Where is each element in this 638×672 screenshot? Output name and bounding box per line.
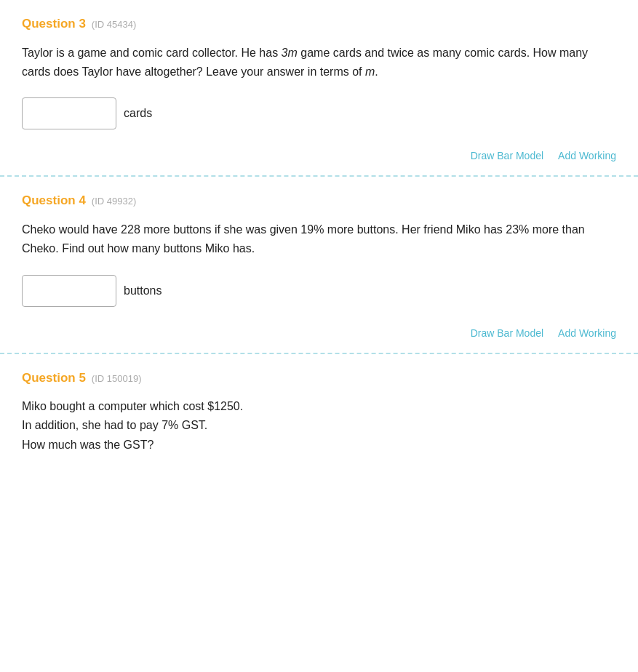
action-links-3: Draw Bar Model Add Working (22, 145, 616, 164)
question-header-4: Question 4 (ID 49932) (22, 191, 616, 210)
question-block-4: Question 4 (ID 49932) Cheko would have 2… (0, 177, 638, 353)
draw-bar-model-link-3[interactable]: Draw Bar Model (471, 148, 543, 164)
question-id-5: (ID 150019) (92, 372, 142, 386)
draw-bar-model-link-4[interactable]: Draw Bar Model (471, 326, 543, 341)
question-block-3: Question 3 (ID 45434) Taylor is a game a… (0, 0, 638, 177)
question-text-5: Miko bought a computer which cost $1250.… (22, 397, 616, 455)
answer-row-4: buttons (22, 275, 616, 307)
question-id-4: (ID 49932) (92, 194, 136, 209)
question-text-3: Taylor is a game and comic card collecto… (22, 44, 616, 82)
answer-unit-3: cards (124, 105, 152, 122)
question-block-5: Question 5 (ID 150019) Miko bought a com… (0, 354, 638, 483)
question-label-5: Question 5 (22, 369, 86, 388)
add-working-link-4[interactable]: Add Working (558, 326, 616, 341)
question-label-3: Question 3 (22, 15, 86, 33)
answer-input-4[interactable] (22, 275, 116, 307)
add-working-link-3[interactable]: Add Working (558, 148, 616, 164)
answer-input-3[interactable] (22, 97, 116, 129)
question-label-4: Question 4 (22, 191, 86, 210)
page-container: Question 3 (ID 45434) Taylor is a game a… (0, 0, 638, 482)
question-header-3: Question 3 (ID 45434) (22, 15, 616, 33)
question-text-4: Cheko would have 228 more buttons if she… (22, 220, 616, 259)
question-id-3: (ID 45434) (92, 17, 136, 32)
answer-row-3: cards (22, 97, 616, 129)
question-header-5: Question 5 (ID 150019) (22, 369, 616, 388)
answer-unit-4: buttons (124, 282, 162, 300)
action-links-4: Draw Bar Model Add Working (22, 323, 616, 341)
